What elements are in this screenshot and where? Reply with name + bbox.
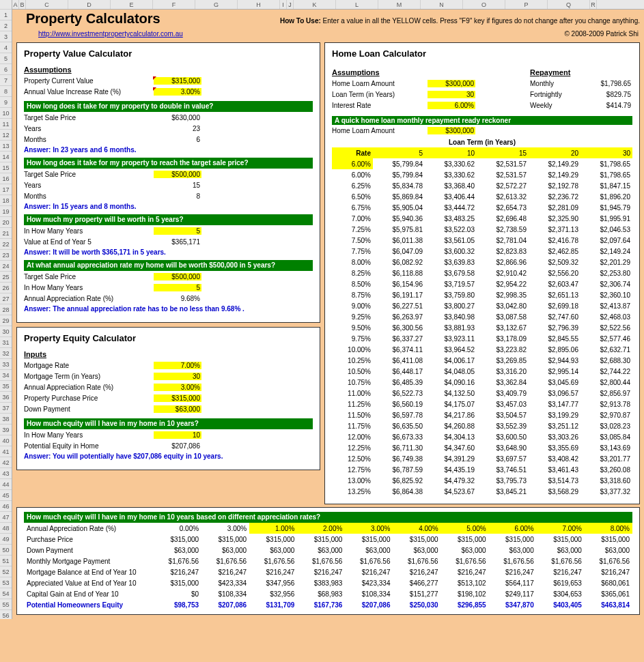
value-cell: $6,154.96 <box>373 278 425 289</box>
pec-q1-head: How much equity will I have in my home i… <box>24 418 313 429</box>
value-cell: $3,795.73 <box>477 475 529 486</box>
pvc-q4-rate-label: Annual Appreciation Rate (%) <box>24 295 154 302</box>
value-cell: $63,000 <box>585 545 632 556</box>
value-cell: $304,653 <box>537 588 585 599</box>
property-value-calculator: Property Value Calculator Assumptions Pr… <box>16 42 320 323</box>
value-cell: $2,654.73 <box>477 202 529 213</box>
value-cell: $3,600.32 <box>425 246 477 257</box>
value-cell: $2,281.09 <box>529 202 580 213</box>
value-cell: $2,556.20 <box>529 268 580 278</box>
hlc-amt-input[interactable]: $300,000 <box>428 80 475 87</box>
value-cell: $6,864.38 <box>373 486 425 497</box>
value-cell: $2,995.14 <box>529 366 580 377</box>
value-cell: $2,895.06 <box>529 344 580 355</box>
rate-cell: 12.50% <box>332 453 373 464</box>
value-cell: $4,260.88 <box>425 420 477 431</box>
pec-q1-years-input[interactable]: 10 <box>154 431 201 439</box>
value-cell: $1,676.56 <box>489 556 537 566</box>
eq-row-label: Purchase Price <box>24 534 154 545</box>
value-cell: $3,096.57 <box>529 388 580 399</box>
table-row: 11.50%$6,597.78$4,217.86$3,504.57$3,199.… <box>332 409 632 420</box>
value-cell: $4,479.32 <box>425 475 477 486</box>
rate-cell: 6.50% <box>332 191 373 202</box>
value-cell: $3,318.60 <box>580 475 632 486</box>
pec-inputs-head: Inputs <box>24 350 313 358</box>
value-cell: $3,269.85 <box>477 355 529 366</box>
term-head: 20 <box>529 147 580 158</box>
value-cell: $6,825.92 <box>373 475 425 486</box>
value-cell: $216,247 <box>297 566 345 577</box>
value-cell: $2,632.71 <box>580 344 632 355</box>
value-cell: $2,856.97 <box>580 388 632 399</box>
rate-cell: 7.50% <box>332 235 373 246</box>
hlc-rate-input[interactable]: 6.00% <box>428 102 475 109</box>
pvc-q4-years-input[interactable]: 5 <box>154 284 201 291</box>
value-cell: $3,042.80 <box>477 300 529 311</box>
hlc-amt-label: Home Loarn Amount <box>332 80 428 87</box>
eq-head: How much equity will I have in my home i… <box>24 512 632 523</box>
rate-cell: 8.25% <box>332 268 373 278</box>
pvc-q2-target-input[interactable]: $500,000 <box>154 171 201 178</box>
value-cell: $564,117 <box>489 577 537 588</box>
table-row: 10.75%$6,485.39$4,090.16$3,362.84$3,045.… <box>332 377 632 388</box>
rate-cell: 10.25% <box>332 355 373 366</box>
hlc-monthly: $1,798.65 <box>585 80 632 87</box>
value-cell: $249,117 <box>489 588 537 599</box>
pvc-q1-answer: Answer: In 23 years and 6 months. <box>24 146 313 154</box>
potential-equity-row: Potential Homeowners Equity$98,753$207,0… <box>24 599 632 610</box>
value-cell: $3,251.12 <box>529 420 580 431</box>
source-link[interactable]: http://www.investmentpropertycalculator.… <box>38 30 183 38</box>
value-cell: $3,408.42 <box>529 453 580 464</box>
pec-mterm-input[interactable]: 30 <box>154 373 201 380</box>
pvc-q2-answer: Answer: In 15 years and 8 months. <box>24 203 313 210</box>
pvc-q3-years-input[interactable]: 5 <box>154 227 201 235</box>
value-cell: $5,834.78 <box>373 180 425 191</box>
rate-cell: 6.75% <box>332 202 373 213</box>
pec-price-input[interactable]: $315,000 <box>154 394 201 402</box>
value-cell: $315,000 <box>585 534 632 545</box>
value-cell: $2,688.30 <box>580 355 632 366</box>
value-cell: $1,676.56 <box>249 556 297 566</box>
value-cell: $6,485.39 <box>373 377 425 388</box>
hlc-monthly-label: Monthly <box>530 80 585 87</box>
pec-down-input[interactable]: $63,000 <box>154 405 201 413</box>
value-cell: $3,087.58 <box>477 311 529 322</box>
value-cell: $3,746.51 <box>477 464 529 475</box>
value-cell: $3,377.32 <box>580 486 632 497</box>
equity-table: Annual Appreciation Rate (%)0.00%3.00%1.… <box>24 523 632 610</box>
pvc-rate-input[interactable]: 3.00% <box>154 88 201 96</box>
value-cell: $347,956 <box>249 577 297 588</box>
value-cell: $3,362.84 <box>477 377 529 388</box>
value-cell: $6,597.78 <box>373 409 425 420</box>
pec-app-input[interactable]: 3.00% <box>154 384 201 391</box>
rate-cell: 7.25% <box>332 224 373 235</box>
value-cell: $216,247 <box>585 566 632 577</box>
value-cell: $315,000 <box>393 534 440 545</box>
pvc-q4-target-input[interactable]: $500,000 <box>154 273 201 280</box>
pvc-curval-input[interactable]: $315,000 <box>154 77 201 85</box>
value-cell: $2,149.24 <box>580 246 632 257</box>
value-cell: $3,330.62 <box>425 158 477 169</box>
table-row: 12.25%$6,711.30$4,347.60$3,648.90$3,355.… <box>332 442 632 453</box>
pec-mrate-input[interactable]: 7.00% <box>154 362 201 369</box>
value-cell: $63,000 <box>297 545 345 556</box>
hlc-term-input[interactable]: 30 <box>428 91 475 98</box>
value-cell: $4,048.05 <box>425 366 477 377</box>
pec-mrate-label: Mortgage Rate <box>24 362 154 369</box>
value-cell: $2,699.18 <box>529 300 580 311</box>
value-cell: $2,192.78 <box>529 180 580 191</box>
value-cell: $3,132.67 <box>477 322 529 333</box>
value-cell: $0 <box>154 588 201 599</box>
value-cell: $2,696.48 <box>477 213 529 224</box>
hlc-amt2-input[interactable]: $300,000 <box>428 127 475 134</box>
value-cell: $315,000 <box>537 534 585 545</box>
rate-cell: 6.00% <box>332 169 373 180</box>
value-cell: $216,247 <box>154 566 201 577</box>
value-cell: $2,613.32 <box>477 191 529 202</box>
table-row: 8.50%$6,154.96$3,719.57$2,954.22$2,603.4… <box>332 278 632 289</box>
value-cell: $315,000 <box>154 534 201 545</box>
term-head: 10 <box>425 147 477 158</box>
table-row: 12.75%$6,787.59$4,435.19$3,746.51$3,461.… <box>332 464 632 475</box>
table-row: 7.00%$5,940.36$3,483.25$2,696.48$2,325.9… <box>332 213 632 224</box>
rate-cell: 12.75% <box>332 464 373 475</box>
